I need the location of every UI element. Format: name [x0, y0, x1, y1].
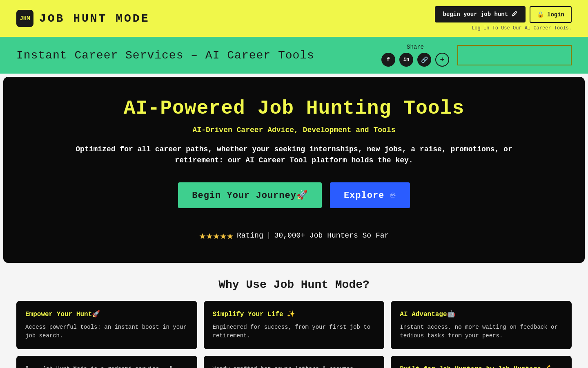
card-wendy-body: Wendy crafted her cover letters & resume…	[213, 365, 376, 368]
begin-job-hunt-button[interactable]: begin your job hunt 🖊	[435, 6, 526, 22]
card-testimonial: "... Job Hunt Mode is a godsend service.…	[16, 356, 197, 368]
linkedin-share-icon[interactable]: in	[399, 53, 413, 67]
card-ai-body: Instant access, no more waiting on feedb…	[400, 323, 563, 340]
rating-label: Rating	[237, 231, 263, 240]
logo-area: JHM JOB HUNT MODE	[16, 10, 149, 27]
card-empower-body: Access powerful tools: an instant boost …	[25, 323, 188, 340]
cards-row-1: Empower Your Hunt🚀 Access powerful tools…	[16, 301, 572, 349]
search-input[interactable]	[457, 45, 572, 65]
testimonial-quote: "... Job Hunt Mode is a godsend service.…	[25, 365, 188, 368]
card-ai-title: AI Advantage🤖	[400, 310, 563, 318]
banner: Instant Career Services – AI Career Tool…	[0, 37, 588, 74]
header: JHM JOB HUNT MODE begin your job hunt 🖊 …	[0, 0, 588, 37]
hunters-count: 30,000+ Job Hunters So Far	[274, 231, 389, 240]
stars: ★★★★★	[199, 229, 234, 242]
facebook-share-icon[interactable]: f	[381, 53, 395, 67]
banner-right: Share f in 🔗 +	[381, 44, 572, 67]
link-share-icon[interactable]: 🔗	[417, 53, 431, 67]
card-simplify-body: Engineered for success, from your first …	[213, 323, 376, 340]
hero-title: AI-Powered Job Hunting Tools	[20, 97, 568, 119]
hero-rating: ★★★★★ Rating | 30,000+ Job Hunters So Fa…	[20, 229, 568, 242]
card-built-title: Built for Job Hunters by Job Hunters 💪	[400, 365, 563, 368]
why-section: Why Use Job Hunt Mode? Empower Your Hunt…	[0, 266, 588, 368]
explore-button[interactable]: Explore ♾️	[330, 182, 410, 208]
card-empower-title: Empower Your Hunt🚀	[25, 310, 188, 318]
logo-badge: JHM	[16, 10, 33, 27]
card-simplify: Simplify Your Life ✨ Engineered for succ…	[204, 301, 385, 349]
card-empower: Empower Your Hunt🚀 Access powerful tools…	[16, 301, 197, 349]
cards-row-2: "... Job Hunt Mode is a godsend service.…	[16, 356, 572, 368]
card-wendy: Wendy crafted her cover letters & resume…	[204, 356, 385, 368]
card-built: Built for Job Hunters by Job Hunters 💪 A…	[391, 356, 572, 368]
header-right: begin your job hunt 🖊 🔒 login Log In To …	[435, 6, 572, 31]
brand-name: JOB HUNT MODE	[39, 12, 149, 25]
login-button[interactable]: 🔒 login	[530, 6, 572, 23]
rating-divider: |	[267, 231, 271, 240]
hero-section: AI-Powered Job Hunting Tools AI-Driven C…	[3, 77, 585, 263]
begin-journey-button[interactable]: Begin Your Journey🚀	[178, 182, 322, 208]
share-label: Share	[407, 44, 424, 50]
hero-desc: Optimized for all career paths, whether …	[69, 144, 519, 166]
why-title: Why Use Job Hunt Mode?	[16, 278, 572, 291]
share-area: Share f in 🔗 +	[381, 44, 449, 67]
banner-title: Instant Career Services – AI Career Tool…	[16, 49, 314, 62]
hero-subtitle: AI-Driven Career Advice, Development and…	[20, 126, 568, 134]
share-icons: f in 🔗 +	[381, 53, 449, 67]
card-ai: AI Advantage🤖 Instant access, no more wa…	[391, 301, 572, 349]
card-simplify-title: Simplify Your Life ✨	[213, 310, 376, 318]
header-buttons: begin your job hunt 🖊 🔒 login	[435, 6, 572, 23]
header-subtext: Log In To Use Our AI Career Tools.	[472, 25, 572, 31]
hero-buttons: Begin Your Journey🚀 Explore ♾️	[20, 182, 568, 208]
more-share-icon[interactable]: +	[435, 53, 449, 67]
